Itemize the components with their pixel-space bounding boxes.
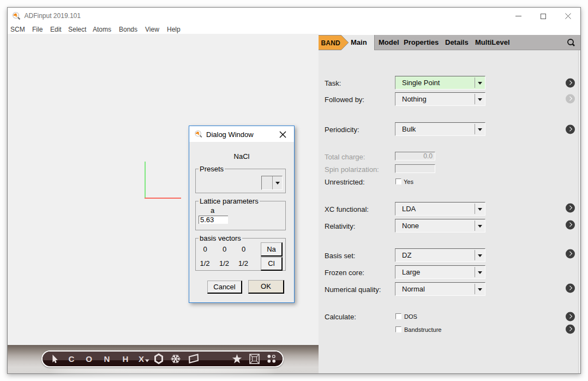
svg-text:X: X <box>139 354 144 364</box>
svg-text:C: C <box>69 354 75 364</box>
svg-text:N: N <box>104 354 110 364</box>
svg-text:H: H <box>123 354 129 364</box>
svg-text:BAND: BAND <box>321 39 341 47</box>
svg-text:O: O <box>86 354 92 364</box>
